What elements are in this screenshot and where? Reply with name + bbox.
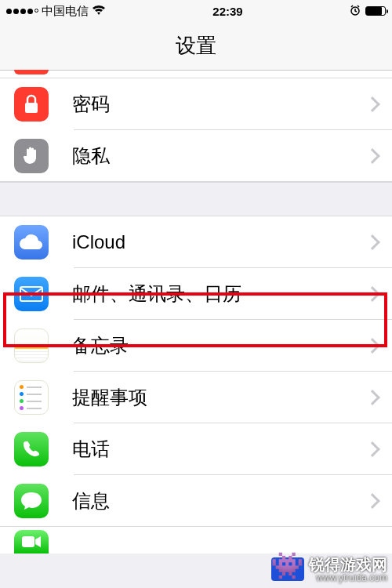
- lock-icon: [14, 87, 49, 122]
- watermark: 锐得游戏网 www.ytruida.com: [271, 556, 387, 583]
- row-icloud[interactable]: iCloud: [0, 216, 392, 268]
- status-right: [350, 5, 386, 18]
- chevron-right-icon: [365, 441, 380, 457]
- row-label: 电话: [72, 437, 367, 462]
- chevron-right-icon: [365, 493, 380, 509]
- row-password[interactable]: 密码: [0, 78, 392, 130]
- row-mail-contacts-calendar[interactable]: 邮件、通讯录、日历: [0, 268, 392, 320]
- alarm-icon: [350, 5, 361, 18]
- row-label: 信息: [72, 488, 367, 514]
- row-label: 隐私: [72, 143, 367, 169]
- battery-icon: [365, 6, 386, 16]
- facetime-icon: [14, 530, 49, 554]
- row-privacy[interactable]: 隐私: [0, 130, 392, 182]
- svg-rect-1: [25, 103, 38, 113]
- row-label: 邮件、通讯录、日历: [72, 281, 367, 307]
- hand-icon: [14, 139, 49, 173]
- notes-icon: [14, 328, 49, 363]
- row-messages[interactable]: 信息: [0, 475, 392, 527]
- row-notes[interactable]: 备忘录: [0, 320, 392, 372]
- chevron-right-icon: [365, 148, 380, 164]
- row-phone[interactable]: 电话: [0, 423, 392, 475]
- chevron-right-icon: [365, 234, 380, 250]
- watermark-url: www.ytruida.com: [309, 573, 387, 583]
- chevron-right-icon: [365, 96, 380, 112]
- svg-rect-2: [20, 287, 42, 301]
- signal-dots-icon: [6, 9, 38, 14]
- partial-row-below: [0, 527, 392, 554]
- nav-bar: 设置: [0, 22, 392, 71]
- phone-icon: [14, 432, 49, 466]
- status-bar: 中国电信 22:39: [0, 0, 392, 22]
- row-label: 提醒事项: [72, 385, 367, 410]
- carrier-label: 中国电信: [42, 4, 89, 19]
- cloud-icon: [14, 225, 49, 260]
- row-label: 备忘录: [72, 333, 367, 358]
- chevron-right-icon: [365, 390, 380, 405]
- row-reminders[interactable]: 提醒事项: [0, 372, 392, 423]
- watermark-title: 锐得游戏网: [309, 556, 387, 573]
- settings-list-1: 密码 隐私: [0, 78, 392, 182]
- wifi-icon: [92, 5, 106, 18]
- page-title: 设置: [176, 32, 216, 60]
- svg-rect-3: [22, 536, 34, 547]
- row-label: 密码: [72, 92, 367, 117]
- messages-icon: [14, 484, 49, 518]
- row-label: iCloud: [72, 231, 367, 253]
- settings-list-2: iCloud 邮件、通讯录、日历 备忘录 提醒事项: [0, 216, 392, 527]
- watermark-logo-icon: [271, 557, 304, 581]
- partial-row-above: [0, 71, 392, 78]
- clock: 22:39: [212, 5, 242, 18]
- reminders-icon: [14, 380, 49, 415]
- chevron-right-icon: [365, 286, 380, 302]
- chevron-right-icon: [365, 338, 380, 354]
- section-spacer: [0, 182, 392, 216]
- mail-icon: [14, 277, 49, 311]
- status-left: 中国电信: [6, 4, 106, 19]
